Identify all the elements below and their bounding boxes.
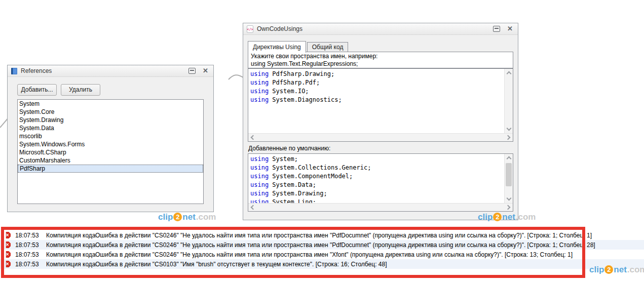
error-log-row[interactable]: 18:07:53 Компиляция кода Ошибка в действ…: [0, 250, 644, 259]
code-line: using System.Collections.Generic;: [250, 164, 504, 172]
usings-tabstrip: Директивы Using Общий код: [248, 41, 348, 52]
error-time: 18:07:53: [15, 251, 42, 258]
using-keyword: using: [250, 88, 269, 95]
horizontal-scrollbar[interactable]: [248, 203, 513, 211]
scroll-left-icon[interactable]: [251, 205, 256, 210]
code-line: using System.Drawing;: [250, 189, 504, 198]
scrollbar-thumb[interactable]: [506, 163, 512, 186]
close-icon[interactable]: ✕: [203, 68, 208, 74]
reference-list-item[interactable]: System.Core: [18, 108, 203, 116]
watermark-text: clip: [589, 265, 604, 274]
namespace-text: PdfSharp.Drawing;: [269, 70, 334, 77]
error-log-row[interactable]: 18:07:53 Компиляция кода Ошибка в действ…: [0, 230, 644, 240]
error-time: 18:07:53: [15, 261, 42, 268]
error-time: 18:07:53: [15, 232, 42, 239]
code-line: using PdfSharp.Pdf;: [250, 78, 504, 87]
vertical-scrollbar[interactable]: [504, 69, 513, 133]
namespace-text: System.Collections.Generic;: [269, 164, 371, 171]
using-keyword: using: [250, 190, 269, 197]
code-file-icon: </>: [246, 25, 254, 33]
references-list[interactable]: SystemSystem.CoreSystem.DrawingSystem.Da…: [17, 99, 204, 204]
add-reference-button[interactable]: Добавить...: [17, 84, 57, 96]
namespace-text: System.Drawing;: [269, 190, 327, 197]
watermark-badge: 2: [173, 213, 182, 221]
tab-common-code[interactable]: Общий код: [307, 42, 349, 52]
using-keyword: using: [250, 164, 269, 171]
vertical-scrollbar[interactable]: [504, 154, 513, 203]
error-log-row[interactable]: 18:07:53 Компиляция кода Ошибка в действ…: [0, 240, 644, 250]
restore-icon[interactable]: [493, 26, 500, 32]
namespace-text: System.Diagnostics;: [269, 96, 342, 103]
reference-list-item[interactable]: System.Drawing: [18, 116, 203, 124]
error-message: Ошибка в действии "CS0103" "Имя "brush" …: [95, 261, 387, 268]
clip2net-watermark: clip2net.com: [158, 212, 216, 222]
scroll-right-icon[interactable]: [506, 205, 511, 210]
code-line: using System.ComponentModel;: [250, 172, 504, 181]
using-keyword: using: [250, 96, 269, 103]
clip2net-watermark: clip2net.com: [478, 212, 536, 222]
error-source: Компиляция кода: [46, 232, 93, 239]
error-message: Ошибка в действии "CS0246" "Не удалось н…: [95, 241, 595, 249]
namespace-text: PdfSharp.Pdf;: [269, 79, 320, 86]
error-icon: [4, 251, 11, 258]
references-window: References ✕ Добавить... Удалить SystemS…: [7, 65, 214, 212]
namespace-text: System;: [269, 155, 298, 163]
reference-list-item[interactable]: CustomMarshalers: [18, 156, 203, 165]
watermark-text: .com: [196, 212, 216, 222]
error-log[interactable]: 18:07:53 Компиляция кода Ошибка в действ…: [0, 230, 644, 269]
restore-icon[interactable]: [188, 68, 196, 74]
reference-list-item[interactable]: PdfSharp: [18, 165, 203, 173]
scroll-down-icon[interactable]: [507, 126, 512, 131]
code-line: using System;: [250, 155, 504, 164]
clip2net-watermark: clip2net.com: [589, 265, 644, 275]
hint-line-1: Укажите свои пространства имен, например…: [251, 53, 510, 60]
code-line: using System.Diagnostics;: [250, 96, 504, 104]
scroll-down-icon[interactable]: [507, 196, 512, 201]
reference-list-item[interactable]: mscorlib: [18, 132, 203, 140]
namespace-text: System.Data;: [269, 181, 316, 188]
default-usings-editor[interactable]: using System;using System.Collections.Ge…: [248, 153, 513, 212]
references-titlebar[interactable]: References ✕: [8, 65, 213, 77]
custom-usings-code[interactable]: using PdfSharp.Drawing;using PdfSharp.Pd…: [248, 69, 504, 133]
remove-reference-button[interactable]: Удалить: [61, 84, 100, 96]
error-source: Компиляция кода: [46, 241, 93, 249]
reference-list-item[interactable]: System: [18, 100, 203, 108]
watermark-text: net: [614, 265, 627, 274]
using-keyword: using: [250, 173, 269, 180]
reference-list-item[interactable]: Microsoft.CSharp: [18, 148, 203, 156]
owncodeusings-window-title: OwnCodeUsings: [257, 25, 493, 32]
horizontal-scrollbar[interactable]: [248, 133, 513, 141]
screenshot-stage: References ✕ Добавить... Удалить SystemS…: [0, 0, 644, 282]
watermark-text: .com: [516, 212, 536, 222]
error-icon: [4, 261, 11, 267]
code-line: using System.Linq;: [250, 198, 504, 203]
reference-list-item[interactable]: System.Windows.Forms: [18, 140, 203, 148]
using-keyword: using: [250, 79, 269, 86]
scroll-left-icon[interactable]: [251, 135, 256, 140]
owncodeusings-window: </> OwnCodeUsings ✕ Директивы Using Общи…: [243, 23, 518, 220]
error-log-row[interactable]: 18:07:53 Компиляция кода Ошибка в действ…: [0, 259, 644, 269]
hint-line-2: using System.Text.RegularExpressions;: [251, 60, 510, 68]
watermark-text: .com: [627, 265, 644, 274]
namespace-text: System.ComponentModel;: [269, 173, 353, 180]
reference-list-item[interactable]: System.Data: [18, 124, 203, 132]
watermark-text: clip: [478, 212, 493, 222]
using-keyword: using: [250, 155, 269, 163]
close-icon[interactable]: ✕: [507, 26, 513, 32]
owncodeusings-titlebar[interactable]: </> OwnCodeUsings ✕: [243, 23, 518, 35]
namespace-text: System.Linq;: [269, 198, 316, 203]
watermark-badge: 2: [493, 213, 502, 221]
error-icon: [4, 241, 11, 248]
tab-usings-directives[interactable]: Директивы Using: [248, 41, 306, 53]
error-time: 18:07:53: [15, 241, 42, 249]
default-usings-code[interactable]: using System;using System.Collections.Ge…: [248, 154, 504, 203]
watermark-text: net: [502, 212, 515, 222]
error-source: Компиляция кода: [46, 251, 93, 258]
scroll-up-icon[interactable]: [507, 71, 512, 76]
scroll-up-icon[interactable]: [507, 156, 512, 162]
custom-usings-editor[interactable]: using PdfSharp.Drawing;using PdfSharp.Pd…: [248, 68, 513, 142]
watermark-badge: 2: [604, 265, 613, 274]
scroll-right-icon[interactable]: [506, 135, 511, 140]
namespace-text: System.IO;: [269, 88, 309, 95]
using-keyword: using: [250, 198, 269, 203]
